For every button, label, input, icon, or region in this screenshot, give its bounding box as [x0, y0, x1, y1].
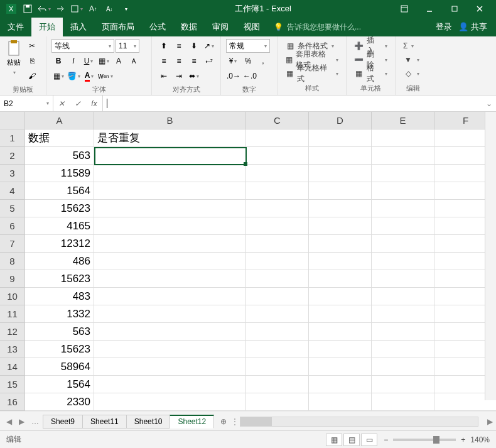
cell-E3[interactable] — [372, 165, 434, 182]
cell-C11[interactable] — [246, 305, 309, 323]
cell-B7[interactable] — [94, 235, 246, 253]
cell-E7[interactable] — [372, 235, 434, 253]
border2-button[interactable]: ▦▾ — [51, 69, 65, 83]
zoom-in-icon[interactable]: + — [461, 435, 465, 444]
decimal-dec-icon[interactable]: ←.0 — [242, 69, 257, 83]
cell-B8[interactable] — [94, 253, 246, 270]
row-header-16[interactable]: 16 — [0, 393, 25, 411]
cell-D2[interactable] — [309, 147, 372, 165]
cell-C7[interactable] — [246, 235, 309, 253]
sheet-tab-Sheet11[interactable]: Sheet11 — [82, 415, 127, 429]
comma-icon[interactable]: , — [256, 54, 270, 68]
zoom-level[interactable]: 140% — [470, 435, 490, 444]
phonetic-button[interactable]: wén▾ — [97, 69, 114, 83]
paste-button[interactable]: 粘贴▾ — [5, 39, 23, 76]
align-left-icon[interactable]: ≡ — [157, 54, 171, 68]
row-header-11[interactable]: 11 — [0, 305, 25, 323]
close-icon[interactable] — [468, 1, 491, 17]
cell-A1[interactable]: 数据 — [25, 129, 94, 147]
cell-D11[interactable] — [309, 305, 372, 323]
font-name-combo[interactable]: 等线▾ — [51, 39, 114, 53]
cell-C4[interactable] — [246, 182, 309, 200]
row-header-10[interactable]: 10 — [0, 288, 25, 305]
cell-D5[interactable] — [309, 200, 372, 217]
horizontal-scrollbar[interactable] — [240, 417, 478, 427]
cell-D9[interactable] — [309, 270, 372, 288]
add-sheet-button[interactable]: ⊕ — [216, 415, 231, 429]
share-button[interactable]: 👤 共享 — [458, 21, 487, 33]
sheet-tab-Sheet9[interactable]: Sheet9 — [43, 415, 83, 429]
cell-B1[interactable]: 是否重复 — [94, 129, 246, 147]
save-icon[interactable] — [20, 2, 35, 16]
tab-view[interactable]: 视图 — [236, 18, 267, 36]
col-header-A[interactable]: A — [25, 112, 94, 129]
font-size-combo[interactable]: 11▾ — [116, 39, 139, 53]
tab-insert[interactable]: 插入 — [63, 18, 94, 36]
tab-data[interactable]: 数据 — [173, 18, 205, 36]
cell-E8[interactable] — [372, 253, 434, 270]
autosum-button[interactable]: Σ▾ — [401, 39, 422, 53]
cell-D7[interactable] — [309, 235, 372, 253]
cell-B12[interactable] — [94, 323, 246, 341]
maximize-icon[interactable] — [443, 1, 466, 17]
italic-button[interactable]: I — [67, 54, 80, 68]
align-top-icon[interactable]: ⬆ — [157, 39, 171, 53]
cell-C1[interactable] — [246, 129, 309, 147]
view-break-icon[interactable]: ▭ — [361, 434, 377, 446]
cell-C13[interactable] — [246, 341, 309, 358]
tab-review[interactable]: 审阅 — [205, 18, 236, 36]
minimize-icon[interactable] — [418, 1, 441, 17]
sheet-nav-next-icon[interactable]: ▶ — [15, 415, 28, 428]
tab-formula[interactable]: 公式 — [142, 18, 173, 36]
col-header-D[interactable]: D — [309, 112, 372, 129]
cell-C14[interactable] — [246, 358, 309, 376]
view-normal-icon[interactable]: ▦ — [326, 434, 342, 446]
cell-C6[interactable] — [246, 217, 309, 235]
vertical-scrollbar[interactable] — [485, 112, 496, 400]
cell-E13[interactable] — [372, 341, 434, 358]
cell-B2[interactable] — [94, 147, 246, 165]
cell-C10[interactable] — [246, 288, 309, 305]
align-right-icon[interactable]: ≡ — [187, 54, 201, 68]
zoom-slider[interactable] — [393, 439, 456, 441]
row-header-2[interactable]: 2 — [0, 147, 25, 165]
cell-D8[interactable] — [309, 253, 372, 270]
cell-E4[interactable] — [372, 182, 434, 200]
col-header-E[interactable]: E — [372, 112, 434, 129]
sheet-tab-Sheet10[interactable]: Sheet10 — [126, 415, 171, 429]
tab-home[interactable]: 开始 — [31, 18, 63, 36]
row-header-12[interactable]: 12 — [0, 323, 25, 341]
select-all-corner[interactable] — [0, 112, 25, 129]
indent-inc-icon[interactable]: ⇥ — [172, 69, 186, 83]
cell-E10[interactable] — [372, 288, 434, 305]
orientation-icon[interactable]: ↗▾ — [202, 39, 216, 53]
sheet-nav-prev-icon[interactable]: ◀ — [3, 415, 15, 428]
currency-icon[interactable]: ¥▾ — [226, 54, 240, 68]
cell-B6[interactable] — [94, 217, 246, 235]
cell-C12[interactable] — [246, 323, 309, 341]
cell-B14[interactable] — [94, 358, 246, 376]
cell-D13[interactable] — [309, 341, 372, 358]
cell-D3[interactable] — [309, 165, 372, 182]
cell-E14[interactable] — [372, 358, 434, 376]
align-middle-icon[interactable]: ≡ — [172, 39, 186, 53]
cell-D16[interactable] — [309, 393, 372, 411]
enter-formula-icon[interactable]: ✓ — [70, 99, 86, 108]
bold-button[interactable]: B — [51, 54, 65, 68]
cell-A10[interactable]: 483 — [25, 288, 94, 305]
align-bottom-icon[interactable]: ⬇ — [187, 39, 201, 53]
cell-A4[interactable]: 1564 — [25, 182, 94, 200]
cell-D15[interactable] — [309, 376, 372, 393]
cell-B15[interactable] — [94, 376, 246, 393]
cell-A8[interactable]: 486 — [25, 253, 94, 270]
cell-E12[interactable] — [372, 323, 434, 341]
zoom-out-icon[interactable]: − — [384, 435, 388, 444]
cell-C15[interactable] — [246, 376, 309, 393]
cell-A11[interactable]: 1332 — [25, 305, 94, 323]
cut-icon[interactable]: ✂ — [25, 39, 39, 53]
cell-D14[interactable] — [309, 358, 372, 376]
row-header-3[interactable]: 3 — [0, 165, 25, 182]
cell-C5[interactable] — [246, 200, 309, 217]
tab-file[interactable]: 文件 — [0, 18, 31, 36]
cell-A14[interactable]: 58964 — [25, 358, 94, 376]
